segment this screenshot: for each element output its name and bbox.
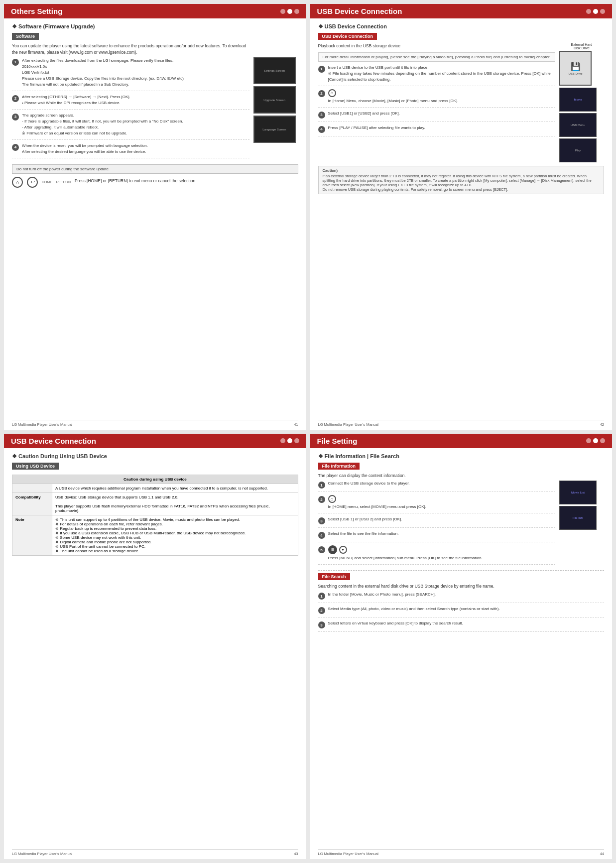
usb-step-2-num: 2 [318, 90, 325, 97]
page-44-header: File Setting [310, 434, 613, 448]
page-44: File Setting File Information | File Sea… [310, 434, 613, 860]
step-3-num: 3 [12, 114, 19, 121]
fi-step-1-text: Connect the USB storage device to the pl… [328, 481, 556, 487]
fs-step-3-text: Select letters on virtual keyboard and p… [328, 620, 605, 626]
software-intro: You can update the player using the late… [12, 43, 249, 56]
usb-device-img: 💾 USB Drive [559, 51, 592, 86]
usb-note: For more detail information of playing, … [318, 52, 556, 62]
fs-step-2: 2 Select Media type (All, photo, video o… [318, 606, 605, 617]
page-41: Others Setting Software (Firmware Upgrad… [4, 4, 306, 430]
fi-step-4-num: 4 [318, 532, 325, 539]
table-row-nosupport: A USB device which requires additional p… [12, 484, 298, 493]
step-3-row: 3 The upgrade screen appears. - If there… [12, 113, 249, 140]
fi-step-2-icons: ⌂ [328, 495, 556, 503]
col-empty [12, 484, 52, 493]
page-42: USB Device Connection USB Device Connect… [310, 4, 613, 430]
col-note-header: Note [12, 515, 52, 555]
usb-step-3: 3 Select [USB1] or [USB2] and press [OK]… [318, 111, 556, 122]
footer-page-42: 42 [600, 422, 604, 427]
ok-btn-fi: ● [339, 546, 347, 554]
footer-icon-label: HOME RETURN [42, 180, 71, 184]
home-icon: ⌂ [12, 177, 23, 188]
page-43-header: USB Device Connection [4, 434, 306, 448]
fs-step-3: 3 Select letters on virtual keyboard and… [318, 620, 605, 632]
col-compat-header: Compatibility [12, 493, 52, 515]
step-2-text: After selecting [OTHERS] → [Software] → … [22, 94, 249, 106]
dot-44-3 [600, 438, 605, 443]
step-1-row: 1 After extracting the files downloaded … [12, 58, 249, 91]
col-note-text: ※ This unit can support up to 4 partitio… [52, 515, 298, 555]
footer-left-43: LG Multimedia Player User's Manual [12, 852, 72, 856]
usb-diagram-area: External HardDisk Drive 💾 USB Drive [559, 43, 604, 86]
file-section-title: File Information | File Search [318, 453, 605, 460]
usb-step-1-num: 1 [318, 66, 325, 73]
caution-section-title: Caution During Using USB Device [12, 453, 298, 460]
table-title-cell: Caution during using USB device [12, 475, 298, 484]
page-41-title: Others Setting [11, 7, 62, 15]
compat-table: Caution during using USB device A USB de… [12, 475, 298, 556]
header-dots-44 [586, 438, 605, 443]
fi-step-2-text: ⌂ In [HOME] menu, select [MOVIE] menu an… [328, 495, 556, 510]
file-info-right: Movie List File Info [559, 481, 604, 568]
screen-img-2: Upgrade Screen [253, 86, 296, 114]
file-search-tab: File Search [318, 573, 350, 580]
menu-btn-fi: ☰ [328, 545, 337, 554]
dot-44-2 [593, 438, 598, 443]
footer-left-42: LG Multimedia Player User's Manual [318, 422, 378, 427]
screen-img-1: Settings Screen [253, 57, 296, 84]
usb-step-4: 4 Press [PLAY / PAUSE] after selecting f… [318, 125, 556, 136]
divider-44 [318, 570, 605, 571]
fs-step-2-text: Select Media type (All, photo, video or … [328, 606, 605, 612]
footer-page-43: 43 [294, 852, 298, 856]
header-dots-42 [586, 9, 605, 14]
header-dots-43 [280, 438, 299, 443]
fs-step-2-num: 2 [318, 607, 325, 614]
footer-icons-row: ⌂ ↩ HOME RETURN Press [HOME] or [RETURN]… [12, 177, 298, 188]
dot-3 [294, 9, 299, 14]
home-icon-fi: ⌂ [328, 495, 336, 503]
page-44-footer: LG Multimedia Player User's Manual 44 [318, 849, 605, 856]
usb-left: Playback content in the USB storage devi… [318, 43, 556, 164]
page-41-footer: LG Multimedia Player User's Manual 41 [12, 420, 298, 427]
external-hdd-label: External HardDisk Drive [559, 43, 604, 50]
fi-step-3-num: 3 [318, 517, 325, 524]
fs-step-3-num: 3 [318, 621, 325, 628]
software-right: Settings Screen Upgrade Screen Language … [253, 43, 298, 161]
usb-tab: USB Device Connection [318, 33, 377, 40]
dot-42-2 [593, 9, 598, 14]
fi-screen-1: Movie List [559, 481, 597, 504]
software-tab: Software [12, 33, 39, 40]
usb-screen-1: Movie [559, 88, 597, 112]
dot-43-3 [294, 438, 299, 443]
step-1-text: After extracting the files downloaded fr… [22, 58, 249, 88]
step-2-icon-row: ⌂ [328, 89, 556, 97]
usb-intro: Playback content in the USB storage devi… [318, 43, 556, 49]
page-43-title: USB Device Connection [11, 437, 96, 445]
usb-step-1-text: Insert a USB device to the USB port unti… [328, 65, 556, 83]
fs-step-1-text: In the folder [Movie, Music or Photo men… [328, 592, 605, 598]
usb-section-title: USB Device Connection [318, 23, 605, 30]
fi-step-4-text: Select the file to see the file informat… [328, 531, 556, 537]
software-left: You can update the player using the late… [12, 43, 249, 161]
fi-step-4: 4 Select the file to see the file inform… [318, 531, 556, 542]
software-section-title: Software (Firmware Upgrade) [12, 23, 298, 30]
step-1-num: 1 [12, 59, 19, 66]
file-info-tab: File Information [318, 463, 360, 470]
dot-1 [280, 9, 285, 14]
fs-step-1-num: 1 [318, 593, 325, 600]
usb-step-3-num: 3 [318, 112, 325, 119]
usb-caution-text: If an external storage device larger tha… [323, 174, 592, 192]
table-row-compat: Compatibility USB device: USB storage de… [12, 493, 298, 515]
step-3-text: The upgrade screen appears. - If there i… [22, 113, 249, 136]
caution-label: Caution) [323, 168, 600, 173]
screen-img-3: Language Screen [253, 116, 296, 143]
software-warning: Do not turn off the power during the sof… [12, 164, 298, 174]
page-42-header: USB Device Connection [310, 4, 613, 18]
page-42-title: USB Device Connection [317, 7, 402, 15]
col-compat-text: USB device: USB storage device that supp… [52, 493, 298, 515]
usb-screen-2: USB Menu [559, 113, 597, 137]
usb-step-2-text: ⌂ In [Home] Menu, choose [Movie], [Music… [328, 89, 556, 104]
header-dots [280, 9, 299, 14]
file-search-intro: Searching content in the external hard d… [318, 583, 605, 590]
usb-step-2: 2 ⌂ In [Home] Menu, choose [Movie], [Mus… [318, 89, 556, 108]
